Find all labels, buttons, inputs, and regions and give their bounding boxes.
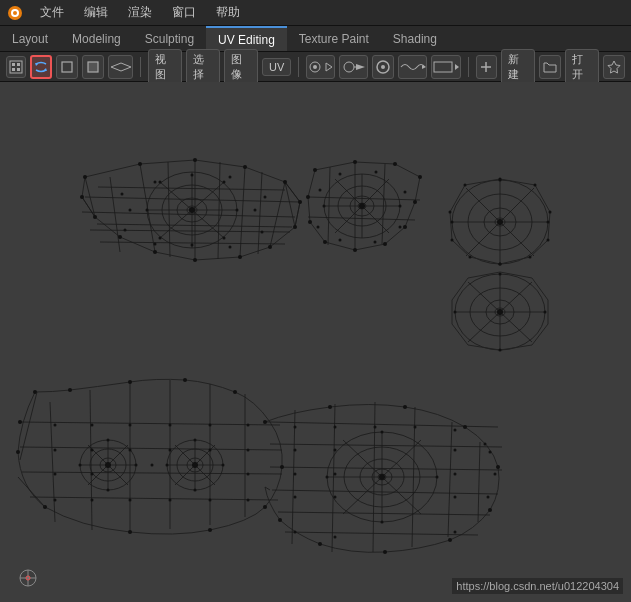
svg-point-277 bbox=[454, 449, 457, 452]
svg-point-88 bbox=[189, 207, 195, 213]
svg-point-274 bbox=[484, 443, 487, 446]
tab-uv-editing[interactable]: UV Editing bbox=[206, 26, 287, 51]
svg-point-60 bbox=[283, 180, 287, 184]
tab-shading[interactable]: Shading bbox=[381, 26, 449, 51]
separator-1 bbox=[140, 57, 141, 77]
tab-modeling[interactable]: Modeling bbox=[60, 26, 133, 51]
svg-point-66 bbox=[153, 250, 157, 254]
image-btn[interactable]: 图像 bbox=[224, 49, 258, 85]
svg-point-255 bbox=[107, 489, 110, 492]
svg-point-276 bbox=[334, 449, 337, 452]
menu-render[interactable]: 渲染 bbox=[124, 2, 156, 23]
menu-edit[interactable]: 编辑 bbox=[80, 2, 112, 23]
svg-point-252 bbox=[209, 499, 212, 502]
svg-point-82 bbox=[146, 209, 149, 212]
view-btn[interactable]: 视图 bbox=[148, 49, 182, 85]
svg-point-80 bbox=[191, 174, 194, 177]
svg-point-244 bbox=[54, 473, 57, 476]
svg-point-232 bbox=[54, 424, 57, 427]
tab-sculpting[interactable]: Sculpting bbox=[133, 26, 206, 51]
menu-help[interactable]: 帮助 bbox=[212, 2, 244, 23]
svg-point-143 bbox=[449, 211, 452, 214]
svg-point-78 bbox=[129, 209, 132, 212]
svg-point-238 bbox=[54, 449, 57, 452]
svg-marker-18 bbox=[356, 64, 365, 70]
svg-point-145 bbox=[451, 221, 454, 224]
svg-point-62 bbox=[293, 225, 297, 229]
svg-point-230 bbox=[318, 542, 322, 546]
svg-point-75 bbox=[154, 243, 157, 246]
svg-point-243 bbox=[247, 449, 250, 452]
svg-point-107 bbox=[413, 200, 417, 204]
svg-point-267 bbox=[381, 431, 384, 434]
svg-point-288 bbox=[334, 536, 337, 539]
snap-btn[interactable] bbox=[339, 55, 368, 79]
svg-point-260 bbox=[194, 489, 197, 492]
tab-texture-paint[interactable]: Texture Paint bbox=[287, 26, 381, 51]
separator-3 bbox=[468, 57, 469, 77]
svg-point-261 bbox=[166, 464, 169, 467]
svg-point-119 bbox=[339, 239, 342, 242]
svg-point-217 bbox=[263, 505, 267, 509]
mode-icon[interactable] bbox=[6, 56, 26, 78]
pin-icon[interactable] bbox=[603, 55, 625, 79]
blender-logo[interactable] bbox=[6, 4, 24, 22]
viewport[interactable]: https://blog.csdn.net/u012204304 bbox=[0, 82, 631, 602]
circle-icon[interactable] bbox=[372, 55, 394, 79]
svg-point-218 bbox=[208, 528, 212, 532]
svg-point-231 bbox=[278, 518, 282, 522]
svg-point-281 bbox=[454, 473, 457, 476]
svg-rect-27 bbox=[0, 82, 631, 602]
svg-point-273 bbox=[454, 429, 457, 432]
svg-point-221 bbox=[16, 450, 20, 454]
menu-file[interactable]: 文件 bbox=[36, 2, 68, 23]
wave-icon[interactable] bbox=[398, 55, 427, 79]
active-tool-btn[interactable] bbox=[30, 55, 52, 79]
add-icon[interactable] bbox=[476, 55, 498, 79]
tab-layout[interactable]: Layout bbox=[0, 26, 60, 51]
folder-icon[interactable] bbox=[539, 55, 561, 79]
svg-point-248 bbox=[54, 499, 57, 502]
svg-point-64 bbox=[238, 255, 242, 259]
svg-rect-10 bbox=[62, 62, 72, 72]
image-icon[interactable] bbox=[431, 55, 460, 79]
svg-point-147 bbox=[499, 179, 502, 182]
svg-point-158 bbox=[497, 309, 503, 315]
menu-window[interactable]: 窗口 bbox=[168, 2, 200, 23]
new-btn[interactable]: 新建 bbox=[501, 49, 535, 85]
svg-point-287 bbox=[294, 531, 297, 534]
crosshair-cursor bbox=[18, 568, 38, 588]
svg-point-234 bbox=[129, 424, 132, 427]
uv-btn[interactable]: UV bbox=[262, 58, 291, 76]
svg-point-121 bbox=[319, 189, 322, 192]
svg-point-65 bbox=[193, 258, 197, 262]
svg-marker-23 bbox=[455, 64, 459, 70]
svg-point-264 bbox=[379, 474, 385, 480]
open-btn[interactable]: 打开 bbox=[565, 49, 599, 85]
tool-btn-1[interactable] bbox=[56, 55, 78, 79]
svg-point-72 bbox=[264, 196, 267, 199]
select-btn[interactable]: 选择 bbox=[186, 49, 220, 85]
svg-point-222 bbox=[18, 420, 22, 424]
svg-point-225 bbox=[463, 425, 467, 429]
svg-point-279 bbox=[294, 473, 297, 476]
svg-point-63 bbox=[268, 245, 272, 249]
tool-btn-2[interactable] bbox=[82, 55, 104, 79]
svg-point-262 bbox=[222, 464, 225, 467]
svg-point-59 bbox=[243, 165, 247, 169]
tool-btn-3[interactable] bbox=[108, 55, 134, 79]
svg-point-258 bbox=[105, 462, 111, 468]
svg-point-263 bbox=[192, 462, 198, 468]
svg-point-160 bbox=[544, 311, 547, 314]
svg-point-20 bbox=[381, 65, 385, 69]
top-menu-bar: 文件 编辑 渲染 窗口 帮助 bbox=[0, 0, 631, 26]
svg-point-79 bbox=[254, 209, 257, 212]
svg-point-14 bbox=[313, 65, 317, 69]
svg-point-70 bbox=[154, 181, 157, 184]
svg-point-265 bbox=[326, 476, 329, 479]
svg-rect-22 bbox=[434, 62, 452, 72]
svg-marker-12 bbox=[111, 63, 131, 71]
pivot-btn[interactable] bbox=[306, 55, 335, 79]
svg-point-286 bbox=[487, 496, 490, 499]
svg-point-240 bbox=[129, 449, 132, 452]
